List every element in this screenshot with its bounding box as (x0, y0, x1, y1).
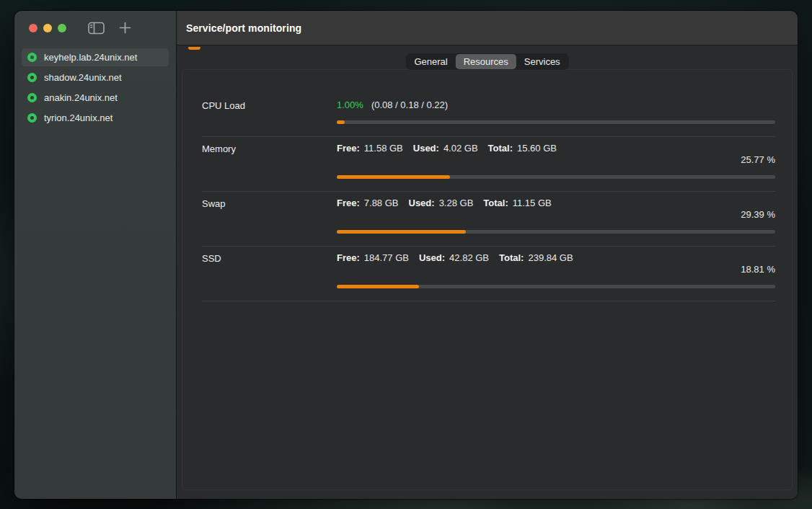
content-pane: GeneralResourcesServices CPU Load 1.00%(… (177, 45, 798, 499)
server-status-icon (27, 53, 37, 62)
resource-values: Free:11.58 GBUsed:4.02 GBTotal:15.60 GB (337, 143, 775, 154)
zoom-window-button[interactable] (58, 24, 66, 32)
resource-row: Memory Free:11.58 GBUsed:4.02 GBTotal:15… (202, 137, 775, 192)
cpu-load-value: 1.00% (337, 99, 363, 110)
sidebar-server-item[interactable]: tyrion.24unix.net (22, 109, 169, 127)
progress-bar (337, 175, 775, 179)
resource-values: Free:7.88 GBUsed:3.28 GBTotal:11.15 GB (337, 198, 775, 209)
stat-used: Used:4.02 GB (413, 143, 478, 154)
server-status-icon (27, 93, 37, 102)
resource-percent: 25.77 % (337, 154, 775, 166)
sidebar-server-item[interactable]: keyhelp.lab.24unix.net (22, 48, 169, 66)
sidebar-server-item[interactable]: anakin.24unix.net (22, 89, 169, 107)
progress-bar (337, 120, 775, 124)
cpu-load-averages: (0.08 / 0.18 / 0.22) (371, 99, 448, 110)
server-name: shadow.24unix.net (44, 72, 122, 83)
close-window-button[interactable] (29, 24, 37, 32)
stat-free: Free:184.77 GB (337, 252, 409, 263)
stat-total: Total:11.15 GB (483, 198, 551, 208)
resource-values: 1.00%(0.08 / 0.18 / 0.22) (337, 99, 775, 111)
add-server-icon[interactable] (119, 22, 131, 34)
resource-values: Free:184.77 GBUsed:42.82 GBTotal:239.84 … (337, 252, 775, 264)
progress-bar (337, 285, 775, 288)
resource-label: SSD (202, 252, 337, 288)
titlebar: Service/port monitoring (177, 11, 798, 45)
stat-total: Total:15.60 GB (488, 143, 557, 154)
progress-bar-fill (337, 175, 450, 179)
sidebar: keyhelp.lab.24unix.net shadow.24unix.net… (14, 11, 177, 499)
tab-general[interactable]: General (406, 54, 455, 69)
resource-label: CPU Load (202, 99, 337, 124)
stat-free: Free:7.88 GB (337, 198, 399, 208)
progress-bar-fill (337, 120, 345, 124)
server-name: anakin.24unix.net (44, 92, 118, 103)
resource-row: SSD Free:184.77 GBUsed:42.82 GBTotal:239… (202, 247, 775, 301)
scrolled-progress-fragment (188, 47, 200, 50)
traffic-lights (29, 24, 66, 32)
server-name: tyrion.24unix.net (44, 112, 112, 123)
resource-label: Memory (202, 143, 337, 179)
sidebar-toolbar (14, 11, 176, 45)
progress-bar (337, 230, 775, 234)
progress-bar-fill (337, 285, 419, 288)
server-list: keyhelp.lab.24unix.net shadow.24unix.net… (14, 48, 176, 129)
server-name: keyhelp.lab.24unix.net (44, 52, 137, 63)
resource-label: Swap (202, 198, 337, 234)
app-window: keyhelp.lab.24unix.net shadow.24unix.net… (14, 11, 798, 499)
resource-row: Swap Free:7.88 GBUsed:3.28 GBTotal:11.15… (202, 192, 775, 247)
server-status-icon (27, 113, 37, 123)
tab-services[interactable]: Services (516, 54, 568, 69)
resource-percent: 29.39 % (337, 209, 775, 221)
resource-rows: CPU Load 1.00%(0.08 / 0.18 / 0.22) Memor… (202, 94, 775, 301)
sidebar-server-item[interactable]: shadow.24unix.net (22, 68, 169, 87)
progress-bar-fill (337, 230, 466, 234)
main-pane: Service/port monitoring GeneralResources… (177, 11, 798, 499)
desktop-wallpaper: keyhelp.lab.24unix.net shadow.24unix.net… (0, 0, 812, 509)
toolbar-icons (88, 22, 131, 35)
stat-used: Used:3.28 GB (409, 198, 474, 208)
stat-free: Free:11.58 GB (337, 143, 403, 154)
minimize-window-button[interactable] (43, 24, 52, 32)
toggle-sidebar-icon[interactable] (88, 22, 105, 35)
tab-bar: GeneralResourcesServices (405, 53, 568, 70)
tab-resources[interactable]: Resources (456, 54, 516, 69)
resource-percent: 18.81 % (337, 264, 775, 275)
window-title: Service/port monitoring (186, 22, 301, 34)
server-status-icon (27, 73, 37, 82)
stat-used: Used:42.82 GB (419, 252, 489, 263)
resource-row: CPU Load 1.00%(0.08 / 0.18 / 0.22) (202, 94, 775, 137)
stat-total: Total:239.84 GB (499, 252, 573, 263)
